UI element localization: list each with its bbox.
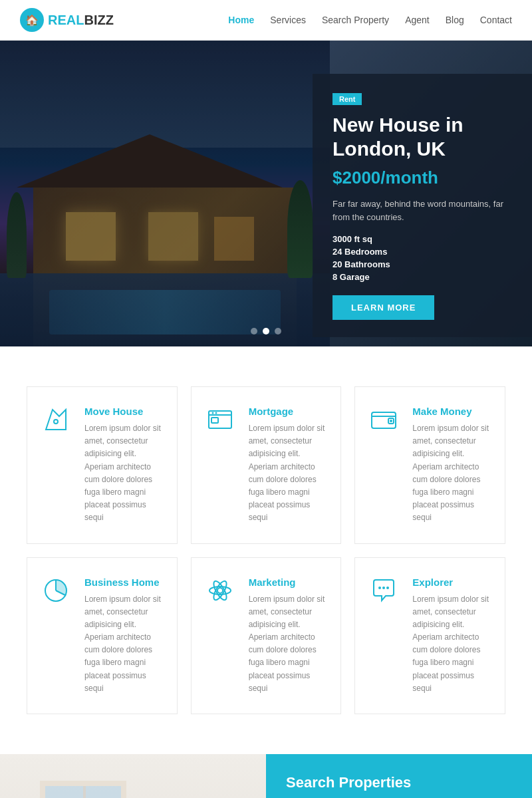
service-business-home: Business Home Lorem ipsum dolor sit amet… bbox=[27, 557, 178, 715]
svg-point-13 bbox=[217, 588, 223, 593]
rent-badge: Rent bbox=[332, 93, 362, 105]
search-photo-inner: 🌿 🌱 Don't put off doing what you're afra… bbox=[0, 754, 266, 798]
services-section: Move House Lorem ipsum dolor sit amet, c… bbox=[0, 346, 532, 754]
service-explorer: Explorer Lorem ipsum dolor sit amet, con… bbox=[354, 557, 505, 715]
logo[interactable]: 🏠 REALBIZZ bbox=[20, 8, 114, 32]
services-grid: Move House Lorem ipsum dolor sit amet, c… bbox=[27, 386, 505, 714]
nav-agent[interactable]: Agent bbox=[405, 15, 430, 25]
hero-dots bbox=[251, 328, 281, 334]
hero-section: Rent New House in London, UK $2000/month… bbox=[0, 41, 532, 346]
nav-links: Home Services Search Property Agent Blog… bbox=[228, 15, 512, 25]
search-properties-section: 🌿 🌱 Don't put off doing what you're afra… bbox=[0, 754, 532, 798]
service-make-money-desc: Lorem ipsum dolor sit amet, consectetur … bbox=[412, 422, 490, 525]
svg-point-17 bbox=[378, 587, 381, 589]
service-mortgage: Mortgage Lorem ipsum dolor sit amet, con… bbox=[191, 386, 342, 544]
service-mortgage-content: Mortgage Lorem ipsum dolor sit amet, con… bbox=[249, 406, 327, 525]
search-panel: Search Properties Keyword: Property Type… bbox=[266, 754, 532, 798]
service-move-house-content: Move House Lorem ipsum dolor sit amet, c… bbox=[84, 406, 162, 525]
navbar: 🏠 REALBIZZ Home Services Search Property… bbox=[0, 0, 532, 41]
atom-icon bbox=[206, 577, 238, 608]
service-make-money-title: Make Money bbox=[412, 406, 490, 417]
hero-title: New House in London, UK bbox=[332, 113, 512, 161]
service-marketing-desc: Lorem ipsum dolor sit amet, consectetur … bbox=[249, 593, 327, 696]
hero-price: $2000/month bbox=[332, 168, 512, 188]
service-move-house-desc: Lorem ipsum dolor sit amet, consectetur … bbox=[84, 422, 162, 525]
nav-home[interactable]: Home bbox=[228, 15, 254, 25]
svg-point-1 bbox=[54, 420, 58, 424]
service-move-house-title: Move House bbox=[84, 406, 162, 417]
feature-bathrooms: 20 Bathrooms bbox=[332, 259, 512, 269]
nav-services[interactable]: Services bbox=[270, 15, 306, 25]
feature-bedrooms: 24 Bedrooms bbox=[332, 247, 512, 257]
svg-point-19 bbox=[386, 587, 389, 589]
pie-icon bbox=[42, 577, 74, 608]
logo-icon: 🏠 bbox=[20, 8, 44, 32]
service-business-home-content: Business Home Lorem ipsum dolor sit amet… bbox=[84, 577, 162, 696]
svg-point-9 bbox=[390, 420, 392, 422]
service-business-home-desc: Lorem ipsum dolor sit amet, consectetur … bbox=[84, 593, 162, 696]
nav-search-property[interactable]: Search Property bbox=[322, 15, 389, 25]
wallet-icon bbox=[370, 406, 402, 438]
hero-features: 3000 ft sq 24 Bedrooms 20 Bathrooms 8 Ga… bbox=[332, 234, 512, 282]
search-properties-title: Search Properties bbox=[286, 774, 512, 791]
service-explorer-title: Explorer bbox=[412, 577, 490, 588]
chat-icon bbox=[370, 577, 402, 608]
dot-1[interactable] bbox=[251, 328, 257, 334]
service-explorer-desc: Lorem ipsum dolor sit amet, consectetur … bbox=[412, 593, 490, 696]
service-make-money-content: Make Money Lorem ipsum dolor sit amet, c… bbox=[412, 406, 490, 525]
service-marketing-content: Marketing Lorem ipsum dolor sit amet, co… bbox=[249, 577, 327, 696]
svg-rect-6 bbox=[211, 418, 218, 423]
browser-icon bbox=[206, 406, 238, 438]
window-decoration bbox=[40, 781, 126, 798]
dot-2[interactable] bbox=[263, 328, 269, 334]
svg-point-18 bbox=[382, 587, 385, 589]
service-marketing: Marketing Lorem ipsum dolor sit amet, co… bbox=[191, 557, 342, 715]
service-business-home-title: Business Home bbox=[84, 577, 162, 588]
learn-more-button[interactable]: LEARN MORE bbox=[332, 295, 434, 320]
service-make-money: Make Money Lorem ipsum dolor sit amet, c… bbox=[354, 386, 505, 544]
dot-3[interactable] bbox=[275, 328, 281, 334]
feature-garage: 8 Garage bbox=[332, 272, 512, 282]
map-icon bbox=[42, 406, 74, 438]
logo-text: REALBIZZ bbox=[48, 13, 114, 28]
service-marketing-title: Marketing bbox=[249, 577, 327, 588]
hero-description: Far far away, behind the word mountains,… bbox=[332, 198, 512, 223]
service-mortgage-desc: Lorem ipsum dolor sit amet, consectetur … bbox=[249, 422, 327, 525]
search-photo: 🌿 🌱 Don't put off doing what you're afra… bbox=[0, 754, 266, 798]
nav-contact[interactable]: Contact bbox=[480, 15, 512, 25]
service-move-house: Move House Lorem ipsum dolor sit amet, c… bbox=[27, 386, 178, 544]
nav-blog[interactable]: Blog bbox=[446, 15, 464, 25]
service-mortgage-title: Mortgage bbox=[249, 406, 327, 417]
feature-sqft: 3000 ft sq bbox=[332, 234, 512, 244]
hero-card: Rent New House in London, UK $2000/month… bbox=[313, 74, 532, 337]
service-explorer-content: Explorer Lorem ipsum dolor sit amet, con… bbox=[412, 577, 490, 696]
